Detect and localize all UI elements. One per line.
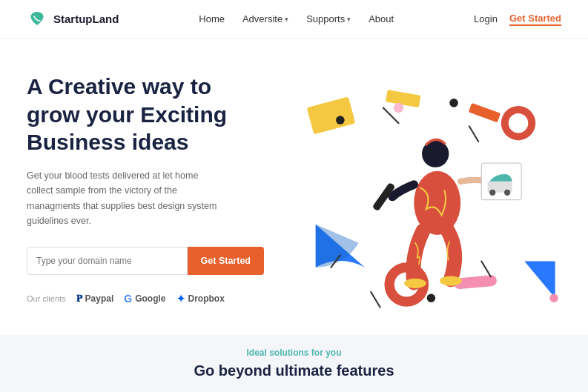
- svg-rect-1: [386, 90, 421, 107]
- bottom-section: Ideal solutions for you Go beyond ultima…: [0, 335, 588, 392]
- domain-input[interactable]: [27, 247, 188, 275]
- svg-line-14: [469, 126, 478, 142]
- nav-supports[interactable]: Supports ▾: [306, 13, 351, 24]
- logo-text: StartupLand: [53, 13, 119, 25]
- svg-point-8: [509, 113, 529, 133]
- google-icon: G: [124, 293, 132, 305]
- hero-section: A Creative way to grow your Exciting Bus…: [0, 39, 588, 335]
- svg-rect-0: [307, 96, 356, 134]
- nav-home[interactable]: Home: [199, 13, 225, 24]
- hero-subtitle: Get your blood tests delivered at let ho…: [27, 168, 219, 230]
- svg-rect-2: [469, 103, 501, 123]
- svg-point-25: [404, 279, 426, 288]
- paypal-icon: 𝐏: [76, 293, 82, 305]
- google-logo: G Google: [124, 293, 165, 305]
- adversite-dropdown-arrow: ▾: [285, 16, 288, 23]
- clients-row: Our clients 𝐏 Paypal G Google ✦ Dropbox: [27, 293, 264, 305]
- bottom-heading: Go beyond ultimate features: [194, 362, 394, 379]
- login-button[interactable]: Login: [474, 13, 498, 24]
- nav-adversite[interactable]: Adversite ▾: [242, 13, 288, 24]
- svg-line-16: [371, 292, 380, 308]
- hero-title: A Creative way to grow your Exciting Bus…: [27, 73, 264, 156]
- logo-icon: [27, 9, 47, 30]
- get-started-hero-button[interactable]: Get Started: [188, 247, 264, 275]
- bottom-tagline: Ideal solutions for you: [246, 348, 341, 358]
- svg-point-23: [489, 190, 495, 196]
- svg-point-4: [449, 99, 458, 107]
- dropbox-icon: ✦: [176, 293, 185, 305]
- svg-point-26: [440, 276, 462, 285]
- paypal-logo: 𝐏 Paypal: [76, 293, 114, 305]
- hero-svg: [279, 65, 561, 335]
- svg-point-6: [394, 103, 403, 113]
- svg-line-15: [481, 262, 490, 277]
- dropbox-logo: ✦ Dropbox: [176, 293, 225, 305]
- svg-point-24: [504, 190, 510, 196]
- get-started-nav-button[interactable]: Get Started: [509, 13, 561, 26]
- logo[interactable]: StartupLand: [27, 9, 119, 30]
- supports-dropdown-arrow: ▾: [347, 16, 351, 23]
- hero-left: A Creative way to grow your Exciting Bus…: [27, 65, 264, 305]
- navbar: StartupLand Home Adversite ▾ Supports ▾ …: [0, 0, 588, 39]
- nav-links: Home Adversite ▾ Supports ▾ About: [199, 13, 394, 24]
- hero-input-row: Get Started: [27, 247, 264, 275]
- svg-point-12: [549, 293, 558, 302]
- svg-point-5: [427, 293, 436, 302]
- nav-about[interactable]: About: [369, 13, 394, 24]
- clients-label: Our clients: [27, 294, 66, 303]
- nav-actions: Login Get Started: [474, 13, 561, 26]
- svg-point-3: [336, 116, 345, 124]
- hero-illustration: [279, 65, 561, 335]
